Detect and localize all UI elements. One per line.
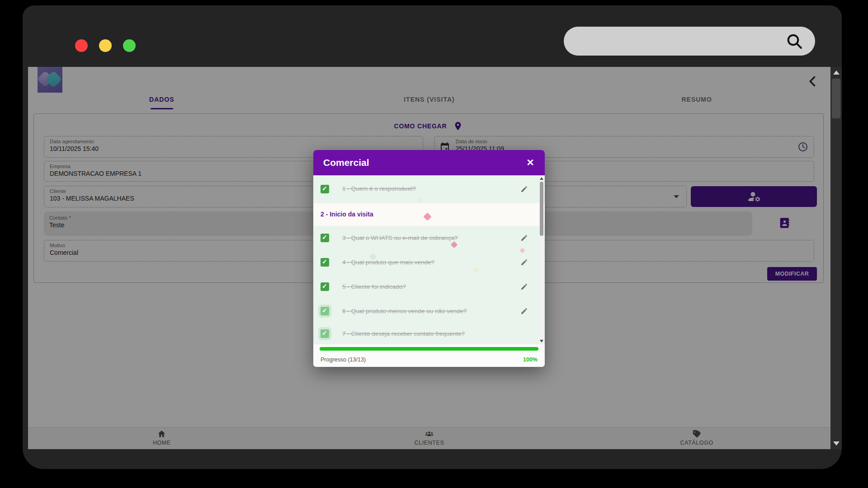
edit-pencil-icon[interactable] xyxy=(520,283,528,291)
app-viewport: DADOS ITENS (VISITA) RESUMO COMO CHEGAR xyxy=(28,67,830,449)
checklist-body: 1 - Quem é o responsável? 2 - Inicio da … xyxy=(313,175,545,344)
edit-pencil-icon[interactable] xyxy=(520,234,528,242)
checklist-item-text: 3 - Qual o WHATS ou e-mail de cobrança? xyxy=(342,235,458,241)
checklist-item-text: 6 - Qual produto menos vende ou não vend… xyxy=(342,308,467,314)
checklist-item-text: 7 - Cliente deseja receber contato frequ… xyxy=(342,330,465,337)
close-icon[interactable]: ✕ xyxy=(524,156,537,169)
checkbox-checked-icon[interactable] xyxy=(321,185,329,193)
search-input[interactable] xyxy=(575,30,774,52)
search-icon[interactable] xyxy=(785,32,803,50)
progress-bar-track xyxy=(320,347,538,351)
edit-pencil-icon[interactable] xyxy=(520,307,528,315)
modal-title: Comercial xyxy=(323,157,369,168)
address-search-bar[interactable] xyxy=(564,27,815,56)
scroll-up-icon[interactable] xyxy=(833,70,840,75)
checklist-row[interactable]: 3 - Qual o WHATS ou e-mail de cobrança? xyxy=(313,226,545,250)
progress-bar-fill xyxy=(320,347,538,351)
checklist-modal: Comercial ✕ 1 - Quem é o responsável? 2 … xyxy=(313,150,545,367)
checkbox-checked-icon[interactable] xyxy=(321,307,329,315)
checklist-item-text: 5 - Cliente foi indicado? xyxy=(342,283,406,290)
checklist-item-text: 1 - Quem é o responsável? xyxy=(342,185,416,192)
checkbox-checked-icon[interactable] xyxy=(321,258,329,267)
app-window: DADOS ITENS (VISITA) RESUMO COMO CHEGAR xyxy=(23,5,842,469)
screen: DADOS ITENS (VISITA) RESUMO COMO CHEGAR xyxy=(0,0,868,488)
scroll-down-icon[interactable] xyxy=(833,441,840,446)
scroll-up-icon[interactable] xyxy=(540,177,543,180)
progress-percent: 100% xyxy=(523,357,538,363)
checklist-section-title: 2 - Inicio da visita xyxy=(321,211,373,218)
modal-footer: Progresso (13/13) 100% xyxy=(313,344,545,367)
close-window-button[interactable] xyxy=(75,39,88,52)
browser-scrollbar[interactable] xyxy=(830,67,842,449)
checklist-row[interactable]: 5 - Cliente foi indicado? xyxy=(313,275,545,299)
checklist-row[interactable]: 7 - Cliente deseja receber contato frequ… xyxy=(313,324,545,344)
scroll-down-icon[interactable] xyxy=(540,340,543,343)
modal-header: Comercial ✕ xyxy=(313,150,545,175)
edit-pencil-icon[interactable] xyxy=(520,185,528,193)
checkbox-checked-icon[interactable] xyxy=(321,329,329,338)
minimize-window-button[interactable] xyxy=(99,39,112,52)
checkbox-checked-icon[interactable] xyxy=(321,282,329,291)
checklist-item-text: 4 - Qual produto que mais vende? xyxy=(342,259,434,266)
scrollbar-thumb[interactable] xyxy=(832,79,840,118)
progress-label: Progresso (13/13) xyxy=(321,357,366,363)
window-titlebar xyxy=(23,5,842,67)
maximize-window-button[interactable] xyxy=(123,39,136,52)
checklist-row[interactable]: 4 - Qual produto que mais vende? xyxy=(313,250,545,275)
checklist-row[interactable]: 6 - Qual produto menos vende ou não vend… xyxy=(313,299,545,324)
scrollbar-thumb[interactable] xyxy=(540,182,543,236)
edit-pencil-icon[interactable] xyxy=(520,258,528,266)
checkbox-checked-icon[interactable] xyxy=(321,234,329,242)
checklist-row[interactable]: 1 - Quem é o responsável? xyxy=(313,175,545,203)
modal-scrollbar[interactable] xyxy=(539,176,544,343)
